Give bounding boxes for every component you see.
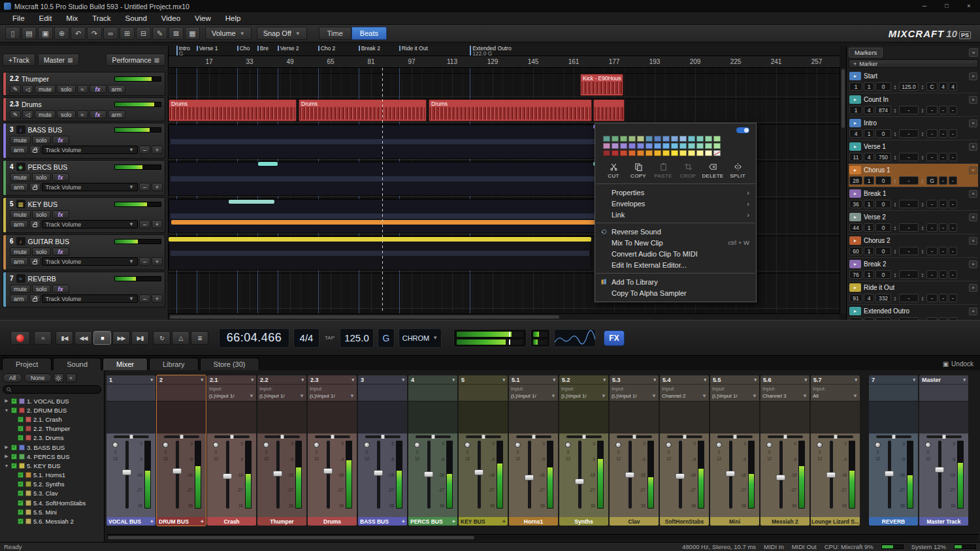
timeline-section-break-2[interactable]: Break 2 bbox=[359, 46, 380, 51]
zoom-in-button[interactable]: ⊞ bbox=[120, 27, 135, 40]
go-to-end-button[interactable]: ▶▮ bbox=[131, 331, 149, 345]
visibility-checkbox[interactable]: ✓ bbox=[11, 445, 17, 450]
mixer-strip-clav[interactable]: 5.3▾Input:(L)\Input 1/▼0120-9-18-2736Cla… bbox=[610, 375, 659, 526]
add-send-button[interactable]: + bbox=[201, 518, 204, 525]
tree-item-5-key-bus[interactable]: ▼✓5. KEY BUS bbox=[3, 461, 101, 470]
trim-knob[interactable] bbox=[465, 442, 470, 448]
strip-input-section[interactable]: Input:(L)\Input 1/▼ bbox=[257, 384, 306, 401]
menu-item-copy-to-alpha-sampler[interactable]: Copy To Alpha Sampler bbox=[595, 287, 756, 298]
arm-button[interactable]: arm bbox=[10, 257, 28, 266]
input-value-dropdown[interactable]: (L)\Input 1/▼ bbox=[712, 392, 757, 400]
color-swatch[interactable] bbox=[705, 150, 712, 156]
marker-row-start[interactable]: ▸Start×110▴▾125.0▴▾C44 bbox=[849, 70, 978, 93]
mixer-strip-thumper[interactable]: 2.2▾Input:(L)\Input 1/▼0120-9-18-2736Thu… bbox=[257, 375, 306, 526]
input-value-dropdown[interactable]: Channel 2▼ bbox=[662, 392, 707, 400]
chevron-down-icon[interactable]: ▾ bbox=[855, 377, 857, 383]
pan-slider[interactable] bbox=[164, 435, 199, 438]
mixer-strip-bass-bus[interactable]: 3▾0120-9-18-2736BASS BUS+ bbox=[358, 375, 407, 526]
marker-key[interactable]: - bbox=[926, 223, 938, 232]
chevron-down-icon[interactable]: ▾ bbox=[502, 377, 505, 383]
color-swatch[interactable] bbox=[637, 136, 644, 142]
marker-pos-beat[interactable]: 1 bbox=[864, 129, 874, 138]
lock-icon[interactable] bbox=[29, 294, 41, 303]
track-volume-dropdown[interactable]: Track Volume▼ bbox=[42, 183, 139, 191]
fx-button[interactable]: fx bbox=[52, 247, 69, 256]
marker-pos-bar[interactable]: 44 bbox=[849, 223, 862, 232]
marker-sig-numerator[interactable]: - bbox=[939, 247, 947, 255]
tree-item-5-2-synths[interactable]: ✓5.2. Synths bbox=[3, 480, 101, 489]
time-display[interactable]: 66:04.466 bbox=[219, 328, 289, 348]
pan-slider[interactable] bbox=[265, 435, 300, 438]
spinner-icon[interactable]: ▴▾ bbox=[892, 155, 898, 160]
color-swatch[interactable] bbox=[671, 143, 678, 149]
visibility-checkbox[interactable]: ✓ bbox=[11, 407, 17, 413]
midi-overview-bar[interactable] bbox=[258, 162, 278, 166]
marker-key[interactable]: - bbox=[926, 153, 938, 161]
mute-button[interactable]: mute bbox=[10, 210, 31, 219]
marker-key[interactable]: - bbox=[926, 106, 938, 114]
chevron-down-icon[interactable]: ▾ bbox=[301, 377, 304, 383]
minimize-button[interactable]: ─ bbox=[913, 0, 936, 12]
marker-delete-button[interactable]: × bbox=[969, 96, 977, 104]
strip-input-section[interactable] bbox=[459, 384, 508, 401]
add-marker-button[interactable]: + Marker bbox=[849, 59, 978, 68]
paste-icon[interactable]: PASTE bbox=[651, 163, 675, 179]
marker-tempo[interactable]: - bbox=[899, 223, 919, 232]
volume-fader[interactable] bbox=[323, 468, 333, 474]
trim-knob[interactable] bbox=[565, 442, 571, 448]
track-header-drums[interactable]: 2.3Drums✎◁mutesolo≈fxarm bbox=[3, 97, 165, 121]
strip-header[interactable]: 2.1▾ bbox=[207, 375, 256, 384]
track-volume-dropdown[interactable]: Track Volume▼ bbox=[42, 257, 139, 266]
add-send-button[interactable]: + bbox=[150, 518, 154, 525]
strip-plugin-area[interactable] bbox=[919, 401, 968, 433]
close-button[interactable]: × bbox=[958, 0, 980, 12]
marker-row-break-1[interactable]: ▸Break 1×3610▴▾-▴▾--- bbox=[849, 187, 978, 211]
spinner-icon[interactable]: ▴▾ bbox=[920, 155, 925, 160]
tree-item-2-3-drums[interactable]: ✓2.3. Drums bbox=[3, 433, 101, 443]
tree-item-3-bass-bus[interactable]: ▶✓3. BASS BUS bbox=[3, 443, 101, 452]
color-swatch[interactable] bbox=[688, 150, 695, 156]
marker-pos-tick[interactable]: 0 bbox=[875, 176, 891, 185]
solo-button[interactable]: solo bbox=[32, 173, 51, 181]
pan-slider[interactable] bbox=[818, 435, 853, 438]
scrollbar-thumb[interactable] bbox=[170, 315, 559, 319]
trim-knob[interactable] bbox=[515, 442, 521, 448]
spinner-icon[interactable]: ▴▾ bbox=[892, 249, 898, 254]
solo-button[interactable]: solo bbox=[32, 210, 51, 219]
strip-plugin-area[interactable] bbox=[106, 401, 155, 433]
arm-button[interactable]: arm bbox=[10, 220, 28, 228]
master-fx-button[interactable]: FX bbox=[604, 330, 625, 346]
strip-plugin-area[interactable] bbox=[157, 401, 206, 433]
color-swatch[interactable] bbox=[696, 150, 704, 156]
color-swatch[interactable] bbox=[620, 143, 627, 149]
solo-button[interactable]: solo bbox=[32, 247, 51, 256]
spinner-icon[interactable]: ▴▾ bbox=[892, 131, 898, 136]
marker-key[interactable]: C bbox=[926, 82, 938, 91]
menu-item-video[interactable]: Video bbox=[154, 12, 188, 25]
volume-fader[interactable] bbox=[223, 473, 233, 479]
strip-plugin-area[interactable] bbox=[660, 401, 709, 433]
marker-pos-beat[interactable]: 4 bbox=[864, 294, 874, 302]
strip-input-section[interactable] bbox=[408, 384, 457, 401]
strip-name-label[interactable]: Lounge Lizard S... bbox=[811, 517, 860, 526]
automation-icon[interactable]: ≈ bbox=[77, 85, 88, 93]
stop-button[interactable]: ■ bbox=[93, 331, 111, 345]
strip-plugin-area[interactable] bbox=[811, 401, 860, 433]
strip-name-label[interactable]: Messiah 2 bbox=[760, 517, 809, 526]
strip-name-label[interactable]: Mini bbox=[710, 517, 759, 526]
visibility-checkbox[interactable]: ✓ bbox=[11, 454, 17, 460]
fx-button[interactable]: fx bbox=[52, 210, 69, 219]
pan-slider[interactable] bbox=[717, 435, 753, 438]
pan-slider[interactable] bbox=[876, 435, 911, 438]
clip-audio[interactable] bbox=[169, 162, 623, 196]
marker-sig-numerator[interactable]: - bbox=[939, 106, 947, 114]
color-swatch[interactable] bbox=[705, 143, 712, 149]
chevron-down-icon[interactable]: ▾ bbox=[402, 377, 404, 383]
increment-button[interactable]: + bbox=[152, 183, 163, 191]
pan-slider[interactable] bbox=[416, 435, 451, 438]
solo-button[interactable]: solo bbox=[57, 85, 76, 93]
tab-project[interactable]: Project bbox=[2, 358, 52, 370]
marker-sig-numerator[interactable]: - bbox=[939, 153, 947, 161]
pan-slider[interactable] bbox=[516, 435, 551, 438]
track-header-key-bus[interactable]: 5▦KEY BUSmutesolofxarmTrack Volume▼–+ bbox=[3, 197, 165, 233]
